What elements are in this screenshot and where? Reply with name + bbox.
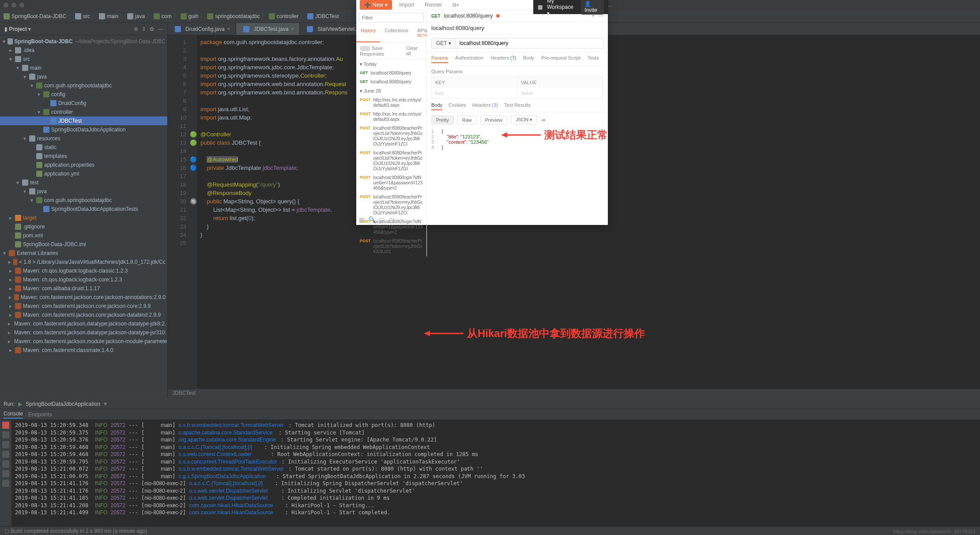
tree-item[interactable]: .idea [23, 46, 34, 54]
max-dot[interactable] [19, 3, 24, 7]
subtab-body[interactable]: Body [523, 55, 534, 63]
history-item[interactable]: POSTlocalhost:8080/teacherProjectList?to… [356, 237, 426, 256]
invite-button[interactable]: 👤 Invite [581, 0, 604, 15]
browse-icon[interactable]: ◫ [388, 216, 394, 223]
tree-item[interactable]: Maven: com.fasterxml.jackson.datatype:ja… [14, 329, 166, 337]
tree-item[interactable]: test [30, 179, 38, 187]
tree-item-selected[interactable]: JDBCTest [58, 117, 82, 125]
history-item[interactable]: POSTlocalhost:8080/teacherProjectList?to… [356, 193, 426, 217]
tree-item[interactable]: SpringBoot-Data-JDBC.iml [23, 240, 86, 248]
tree-item[interactable]: pom.xml [23, 232, 43, 239]
subtab-headers[interactable]: Headers (7) [490, 55, 516, 63]
tree-item[interactable]: Maven: com.fasterxml:classmate:1.4.0 [23, 346, 113, 354]
format-select[interactable]: JSON ▾ [511, 115, 537, 124]
close-icon[interactable]: × [227, 26, 230, 32]
subtab-prerequest[interactable]: Pre-request Script [541, 55, 580, 63]
clear-all-link[interactable]: Clear all [406, 45, 423, 56]
request-title[interactable]: localhost:8080/query [427, 22, 608, 34]
history-item[interactable]: GETlocalhost:8080/query [356, 69, 426, 78]
editor-tab[interactable]: JDBCTest.java× [236, 23, 300, 35]
import-button[interactable]: Import [396, 0, 418, 10]
min-dot[interactable] [11, 3, 16, 7]
filter-input[interactable] [359, 13, 424, 22]
save-toggle[interactable] [360, 46, 370, 51]
crumb[interactable]: main [107, 13, 118, 19]
tree-item[interactable]: java [37, 73, 47, 81]
crumb[interactable]: java [135, 13, 145, 19]
tree-item[interactable]: SpringBootDataJdbcApplication [51, 126, 126, 134]
crumb[interactable]: com [162, 13, 172, 19]
crumb[interactable]: guih [188, 13, 199, 19]
tree-item[interactable]: External Libraries [17, 249, 58, 257]
collapse-icon[interactable]: ⇕ [142, 26, 146, 32]
settings-icon[interactable]: ✿ [150, 26, 154, 32]
value-input[interactable]: Value [517, 88, 603, 98]
console-icon[interactable]: ▢ [379, 216, 385, 223]
tree-item[interactable]: src [23, 55, 30, 63]
stop-icon[interactable] [2, 422, 9, 429]
tree-item[interactable]: DruidConfig [58, 99, 86, 107]
history-item[interactable]: POSTlocalhost:8080/teacherProjectList?to… [356, 149, 426, 173]
resptab-tests[interactable]: Test Results [504, 102, 531, 110]
run-config[interactable]: SpringBootDataJdbcApplication [26, 401, 100, 407]
history-group[interactable]: June 28 [364, 88, 381, 94]
editor-tab[interactable]: DruidConfig.java× [168, 23, 236, 35]
locate-icon[interactable]: ⊕ [134, 26, 138, 32]
crumb[interactable]: controller [277, 13, 298, 19]
crumb[interactable]: SpringBoot-Data-JDBC [11, 13, 66, 19]
project-tree[interactable]: ▾SpringBoot-Data-JDBC~/IdeaProjects/Spri… [0, 35, 167, 356]
tree-item[interactable]: application.yml [44, 170, 79, 178]
tab-endpoints[interactable]: Endpoints [28, 412, 52, 418]
tree-item[interactable]: static [44, 143, 57, 151]
tree-item[interactable]: controller [51, 108, 73, 116]
resptab-cookies[interactable]: Cookies [449, 102, 466, 110]
subtab-tests[interactable]: Tests [588, 55, 599, 63]
breadcrumb[interactable]: SpringBoot-Data-JDBC〉 src〉 main〉 java〉 c… [4, 12, 339, 20]
viewtab-pretty[interactable]: Pretty [431, 116, 454, 124]
tree-item[interactable]: application.properties [44, 161, 94, 169]
tree-item[interactable]: < 1.8 > /Library/Java/JavaVirtualMachine… [19, 258, 166, 266]
resptab-body[interactable]: Body [431, 102, 442, 110]
tree-item[interactable]: com.guih.springbootdatajdbc [44, 196, 112, 204]
tree-item[interactable]: Maven: ch.qos.logback:logback-classic:1.… [23, 267, 128, 275]
history-group[interactable]: Today [364, 61, 377, 67]
tree-item[interactable]: Maven: com.alibaba:druid:1.1.17 [23, 284, 100, 292]
workspace-select[interactable]: My Workspace ▾ [547, 0, 577, 16]
tree-item[interactable]: .gitignore [23, 223, 45, 231]
sidebar-toggle-icon[interactable]: ▥ [359, 216, 365, 223]
up-icon[interactable] [2, 441, 9, 448]
tree-item[interactable]: Maven: com.fasterxml.jackson.datatype:ja… [14, 320, 166, 328]
subtab-params[interactable]: Params [431, 55, 448, 63]
close-icon[interactable]: × [104, 401, 107, 407]
console-output[interactable]: 2019-08-13 15:20:59.348 INFO 20572 --- [… [11, 420, 980, 526]
tree-root[interactable]: SpringBoot-Data-JDBC [15, 37, 73, 45]
print-icon[interactable] [2, 470, 9, 477]
workspace-icon[interactable]: ▦ [538, 4, 543, 10]
history-item[interactable]: GETlocalhost:8080/query [356, 78, 426, 86]
wrap-icon[interactable]: ⇥ [541, 117, 545, 123]
tree-item[interactable]: Maven: com.fasterxml.jackson.core:jackso… [23, 302, 151, 310]
window-icon[interactable]: ⧉▾ [449, 0, 462, 10]
tree-item[interactable]: Maven: ch.qos.logback:logback-core:1.2.3 [23, 276, 122, 284]
tree-item[interactable]: main [30, 64, 41, 72]
crumb[interactable]: springbootdatajdbc [215, 13, 260, 19]
tree-item[interactable]: Maven: com.fasterxml.jackson.core:jackso… [21, 293, 166, 301]
url-input[interactable] [456, 38, 603, 49]
crumb[interactable]: JDBCTest [315, 13, 339, 19]
tree-item[interactable]: com.guih.springbootdatajdbc [44, 82, 112, 90]
down-icon[interactable] [2, 451, 9, 458]
wrap-icon[interactable] [2, 460, 9, 468]
params-table[interactable]: KEYVALUE KeyValue [431, 77, 603, 99]
runner-button[interactable]: Runner [421, 0, 445, 10]
tree-item[interactable]: templates [44, 152, 67, 160]
key-input[interactable]: Key [432, 88, 517, 98]
history-item[interactable]: POSThttp://xsc.lnc.edu.cn/sys/default3.a… [356, 96, 426, 110]
tree-item[interactable]: Maven: com.fasterxml.jackson.module:jack… [14, 337, 167, 345]
viewtab-raw[interactable]: Raw [457, 116, 477, 124]
tree-item[interactable]: target [23, 214, 37, 222]
method-select[interactable]: GET ▾ [431, 38, 456, 49]
tab-collections[interactable]: Collections [380, 25, 413, 42]
crumb[interactable]: src [83, 13, 90, 19]
subtab-auth[interactable]: Authorization [455, 55, 483, 63]
rerun-icon[interactable] [2, 431, 9, 438]
